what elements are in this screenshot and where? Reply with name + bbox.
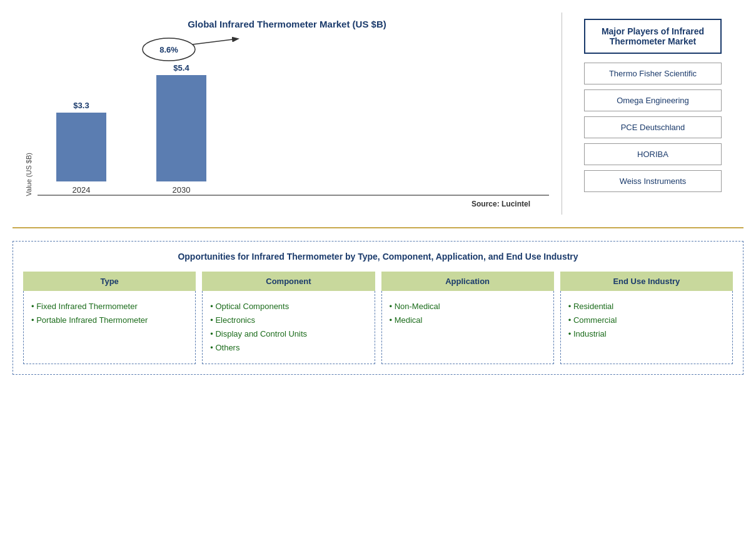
component-item-3: Display and Control Units — [210, 327, 366, 341]
column-header-end-use: End Use Industry — [560, 272, 733, 291]
column-type: Type Fixed Infrared Thermometer Portable… — [23, 272, 196, 364]
column-body-component: Optical Components Electronics Display a… — [202, 291, 375, 364]
component-item-2: Electronics — [210, 313, 366, 327]
player-item-5: Weiss Instruments — [584, 170, 722, 192]
application-item-2: Medical — [390, 313, 546, 327]
bar-group-2024: $3.3 2024 — [56, 101, 106, 195]
end-use-item-1: Residential — [568, 300, 725, 313]
cagr-arrow-svg: 8.6% — [88, 36, 338, 67]
columns-container: Type Fixed Infrared Thermometer Portable… — [23, 272, 733, 364]
column-body-type: Fixed Infrared Thermometer Portable Infr… — [23, 291, 196, 364]
type-item-2: Portable Infrared Thermometer — [31, 313, 188, 327]
application-item-1: Non-Medical — [390, 300, 546, 313]
bar-value-2024: $3.3 — [73, 101, 89, 110]
opportunities-title: Opportunities for Infrared Thermometer b… — [23, 252, 733, 262]
component-list: Optical Components Electronics Display a… — [210, 300, 366, 355]
component-item-4: Others — [210, 341, 366, 355]
component-item-1: Optical Components — [210, 300, 366, 313]
column-header-type: Type — [23, 272, 196, 291]
column-end-use: End Use Industry Residential Commercial … — [560, 272, 733, 364]
bottom-section: Opportunities for Infrared Thermometer b… — [13, 241, 743, 375]
player-item-3: PCE Deutschland — [584, 116, 722, 138]
column-body-application: Non-Medical Medical — [381, 291, 554, 364]
end-use-item-2: Commercial — [568, 313, 725, 327]
bar-label-2024: 2024 — [73, 185, 91, 195]
type-item-1: Fixed Infrared Thermometer — [31, 300, 188, 313]
source-text: Source: Lucintel — [25, 200, 549, 208]
column-application: Application Non-Medical Medical — [381, 272, 554, 364]
column-component: Component Optical Components Electronics… — [202, 272, 375, 364]
top-section: Global Infrared Thermometer Market (US $… — [13, 13, 743, 228]
svg-line-2 — [193, 39, 238, 44]
player-item-1: Thermo Fisher Scientific — [584, 63, 722, 84]
bar-group-2030: $5.4 2030 — [156, 63, 206, 195]
column-header-application: Application — [381, 272, 554, 291]
end-use-item-3: Industrial — [568, 327, 725, 341]
column-header-component: Component — [202, 272, 375, 291]
player-item-4: HORIBA — [584, 143, 722, 165]
application-list: Non-Medical Medical — [390, 300, 546, 327]
chart-area: Value (US $B) 8.6% — [25, 42, 549, 208]
bar-label-2030: 2030 — [173, 185, 191, 195]
bar-value-2030: $5.4 — [173, 63, 189, 73]
bar-2030 — [156, 75, 206, 181]
type-list: Fixed Infrared Thermometer Portable Infr… — [31, 300, 188, 327]
end-use-list: Residential Commercial Industrial — [568, 300, 725, 341]
player-item-2: Omega Engineering — [584, 89, 722, 111]
players-section: Major Players of Infrared Thermometer Ma… — [562, 13, 743, 215]
y-axis-label: Value (US $B) — [25, 153, 33, 196]
bars-container: $3.3 2024 $5.4 2030 — [38, 63, 549, 196]
column-body-end-use: Residential Commercial Industrial — [560, 291, 733, 364]
players-title: Major Players of Infrared Thermometer Ma… — [584, 19, 722, 54]
chart-title: Global Infrared Thermometer Market (US $… — [188, 19, 386, 29]
svg-text:8.6%: 8.6% — [159, 45, 178, 54]
bar-2024 — [56, 113, 106, 181]
chart-section: Global Infrared Thermometer Market (US $… — [13, 13, 562, 215]
